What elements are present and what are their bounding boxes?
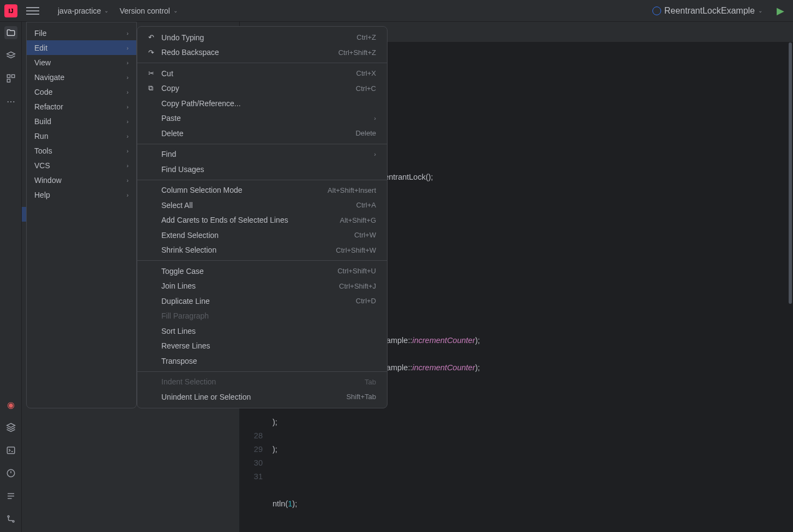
edit-submenu-popup: ↶Undo TypingCtrl+Z↷Redo BackspaceCtrl+Sh… <box>137 26 388 408</box>
menu-separator <box>137 63 387 63</box>
project-selector[interactable]: java-practice ⌄ <box>52 4 114 17</box>
submenu-item[interactable]: Add Carets to Ends of Selected LinesAlt+… <box>137 213 387 228</box>
menu-item-file[interactable]: File› <box>27 26 136 40</box>
submenu-item[interactable]: Transpose <box>137 353 387 369</box>
menu-separator <box>137 371 387 372</box>
project-name-label: java-practice <box>58 7 101 15</box>
menu-item-edit[interactable]: Edit› <box>27 40 136 55</box>
svg-rect-3 <box>7 447 15 454</box>
git-tool-icon[interactable] <box>4 512 17 525</box>
submenu-item[interactable]: ↷Redo BackspaceCtrl+Shift+Z <box>137 45 387 60</box>
main-menu-popup: File›Edit›View›Navigate›Code›Refactor›Bu… <box>26 22 137 408</box>
class-icon <box>652 7 661 15</box>
menu-separator <box>137 260 387 261</box>
more-tool-icon[interactable]: ⋯ <box>4 95 17 108</box>
undo-icon: ↶ <box>148 33 156 41</box>
menu-item-tools[interactable]: Tools› <box>27 143 136 158</box>
submenu-item[interactable]: Find› <box>137 147 387 162</box>
titlebar: IJ java-practice ⌄ Version control ⌄ Ree… <box>0 0 793 22</box>
svg-rect-2 <box>7 80 10 82</box>
submenu-item[interactable]: ⧉CopyCtrl+C <box>137 81 387 96</box>
cut-icon: ✂ <box>148 69 156 77</box>
project-tool-icon[interactable] <box>4 26 17 39</box>
redo-icon: ↷ <box>148 48 156 57</box>
services-tool-icon[interactable]: ◉ <box>4 398 17 411</box>
left-tool-stripe: ⋯ ◉ <box>0 22 22 532</box>
submenu-item[interactable]: Find Usages <box>137 162 387 177</box>
run-button[interactable]: ▶ <box>772 3 789 19</box>
submenu-item[interactable]: Reverse Lines <box>137 339 387 354</box>
editor-scrollbar[interactable] <box>788 42 793 532</box>
menu-item-view[interactable]: View› <box>27 55 136 70</box>
structure-tool-icon[interactable] <box>4 72 17 85</box>
submenu-item: Indent SelectionTab <box>137 375 387 390</box>
main-menu-button[interactable] <box>26 4 39 17</box>
menu-separator <box>137 180 387 180</box>
layers-tool-icon[interactable] <box>4 421 17 434</box>
menu-item-vcs[interactable]: VCS› <box>27 158 136 173</box>
terminal-tool-icon[interactable] <box>4 444 17 457</box>
chevron-down-icon: ⌄ <box>173 8 178 14</box>
submenu-item[interactable]: Column Selection ModeAlt+Shift+Insert <box>137 183 387 198</box>
chevron-down-icon: ⌄ <box>104 8 108 14</box>
submenu-item[interactable]: ↶Undo TypingCtrl+Z <box>137 30 387 45</box>
todo-tool-icon[interactable] <box>4 490 17 503</box>
submenu-item[interactable]: Duplicate LineCtrl+D <box>137 293 387 309</box>
copy-icon: ⧉ <box>148 84 156 93</box>
menu-item-code[interactable]: Code› <box>27 84 136 99</box>
problems-tool-icon[interactable] <box>4 467 17 480</box>
submenu-item[interactable]: Sort Lines <box>137 323 387 339</box>
run-config-label: ReentrantLockExample <box>664 6 755 16</box>
menu-item-help[interactable]: Help› <box>27 187 136 202</box>
menu-item-build[interactable]: Build› <box>27 114 136 129</box>
menu-separator <box>137 144 387 144</box>
chevron-down-icon: ⌄ <box>758 8 762 14</box>
vcs-label: Version control <box>119 7 170 15</box>
submenu-item[interactable]: Paste› <box>137 111 387 126</box>
submenu-item: Fill Paragraph <box>137 309 387 324</box>
vcs-selector[interactable]: Version control ⌄ <box>114 4 183 17</box>
menu-item-navigate[interactable]: Navigate› <box>27 70 136 84</box>
submenu-item[interactable]: Extend SelectionCtrl+W <box>137 228 387 243</box>
submenu-item[interactable]: DeleteDelete <box>137 126 387 141</box>
menu-item-run[interactable]: Run› <box>27 129 136 143</box>
menu-item-window[interactable]: Window› <box>27 173 136 187</box>
submenu-item[interactable]: ✂CutCtrl+X <box>137 66 387 81</box>
app-logo: IJ <box>4 4 17 17</box>
svg-rect-0 <box>7 75 10 77</box>
submenu-item[interactable]: Unindent Line or SelectionShift+Tab <box>137 389 387 405</box>
submenu-item[interactable]: Shrink SelectionCtrl+Shift+W <box>137 243 387 258</box>
svg-rect-1 <box>11 75 14 77</box>
submenu-item[interactable]: Toggle CaseCtrl+Shift+U <box>137 264 387 279</box>
menu-item-refactor[interactable]: Refactor› <box>27 99 136 114</box>
submenu-item[interactable]: Copy Path/Reference... <box>137 96 387 111</box>
submenu-item[interactable]: Join LinesCtrl+Shift+J <box>137 279 387 294</box>
submenu-item[interactable]: Select AllCtrl+A <box>137 198 387 213</box>
learn-tool-icon[interactable] <box>4 49 17 62</box>
svg-point-6 <box>13 521 14 522</box>
run-config-selector[interactable]: ReentrantLockExample ⌄ <box>647 4 768 18</box>
svg-point-5 <box>8 516 9 517</box>
